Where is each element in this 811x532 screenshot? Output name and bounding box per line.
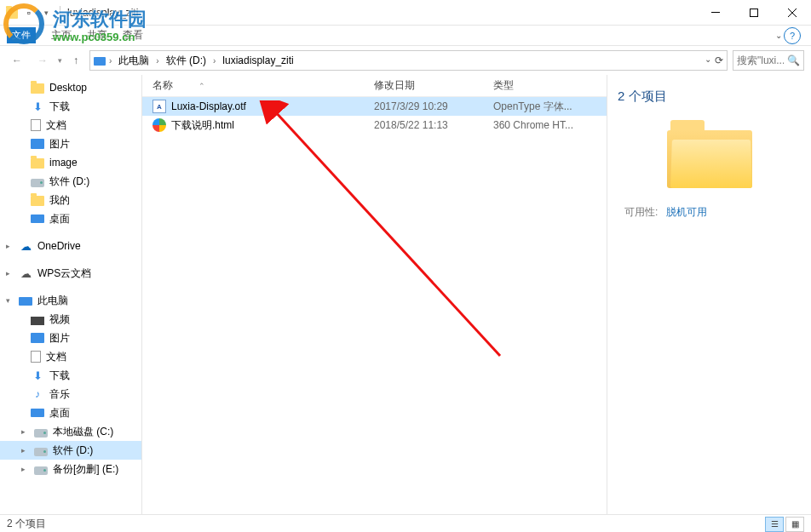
availability: 可用性: 脱机可用 xyxy=(618,205,801,220)
sidebar-item-desktop[interactable]: Desktop xyxy=(0,78,141,97)
file-list[interactable]: 名称⌃ 修改日期 类型 ALuxia-Display.otf 2017/3/29… xyxy=(142,75,607,514)
folder-icon xyxy=(31,158,44,169)
svg-line-4 xyxy=(274,111,500,356)
sidebar-item-video[interactable]: 视频 xyxy=(0,310,141,329)
properties-icon[interactable]: ▫ xyxy=(22,6,36,20)
file-name: 下载说明.html xyxy=(171,118,234,133)
sort-indicator-icon: ⌃ xyxy=(198,82,205,90)
sidebar-item-localdisk[interactable]: ▸本地磁盘 (C:) xyxy=(0,422,141,441)
download-icon: ⬇ xyxy=(31,100,44,113)
search-box[interactable]: 🔍 xyxy=(733,50,804,71)
details-view-button[interactable]: ☰ xyxy=(765,517,784,532)
tree-label: 备份[勿删] (E:) xyxy=(53,462,118,477)
desktop-icon xyxy=(31,215,44,223)
item-count: 2 个项目 xyxy=(618,89,801,105)
file-row[interactable]: ALuxia-Display.otf 2017/3/29 10:29 OpenT… xyxy=(142,97,607,116)
onedrive-icon: ☁ xyxy=(19,239,32,253)
expand-icon[interactable]: ▸ xyxy=(3,269,12,277)
collapse-icon[interactable]: ▾ xyxy=(3,296,12,305)
qat-dropdown-icon[interactable]: ▾ xyxy=(39,6,53,20)
statusbar: 2 个项目 ☰ ▦ xyxy=(0,514,811,532)
file-type: OpenType 字体... xyxy=(483,100,585,114)
breadcrumb-dropdown-icon[interactable]: ⌄ xyxy=(705,54,711,66)
sidebar-item-documents[interactable]: 文档 xyxy=(0,116,141,134)
breadcrumb-root[interactable]: 此电脑 xyxy=(115,54,152,68)
tab-share[interactable]: 共享 xyxy=(87,28,107,43)
expand-icon[interactable]: ▸ xyxy=(3,242,12,250)
desktop-icon xyxy=(31,409,44,417)
sidebar-item-pictures2[interactable]: 图片 xyxy=(0,329,141,347)
sidebar-item-music[interactable]: ♪音乐 xyxy=(0,385,141,403)
titlebar: ▫ ▾ luxiadisplay_ziti xyxy=(0,0,811,26)
sidebar-item-software-d[interactable]: 软件 (D:) xyxy=(0,172,141,191)
pc-icon xyxy=(94,57,106,66)
column-headers: 名称⌃ 修改日期 类型 xyxy=(142,75,607,97)
sidebar-item-onedrive[interactable]: ▸☁OneDrive xyxy=(0,237,141,255)
history-dropdown-icon[interactable]: ▾ xyxy=(58,56,62,65)
tree-label: 桌面 xyxy=(49,406,70,420)
refresh-icon[interactable]: ⟳ xyxy=(715,54,723,66)
icons-view-button[interactable]: ▦ xyxy=(785,517,804,532)
tree-label: 文档 xyxy=(46,118,66,133)
sidebar-item-software-d2[interactable]: ▸软件 (D:) xyxy=(0,441,141,460)
tree-label: 下载 xyxy=(49,100,70,114)
expand-icon[interactable]: ▸ xyxy=(19,465,27,473)
file-menu[interactable]: 文件 xyxy=(7,27,36,43)
tree-label: 本地磁盘 (C:) xyxy=(53,425,113,439)
minimize-button[interactable] xyxy=(696,0,734,26)
tree-label: image xyxy=(49,157,78,169)
pictures-icon xyxy=(31,139,44,149)
back-button[interactable]: ← xyxy=(7,50,27,71)
folder-large-icon xyxy=(667,120,752,188)
file-row[interactable]: 下载说明.html 2018/5/22 11:13 360 Chrome HT.… xyxy=(142,116,607,134)
column-type[interactable]: 类型 xyxy=(483,78,585,93)
pictures-icon xyxy=(31,333,44,343)
breadcrumb[interactable]: › 此电脑 › 软件 (D:) › luxiadisplay_ziti ⌄ ⟳ xyxy=(89,50,728,71)
tree-label: 桌面 xyxy=(49,212,70,226)
forward-button[interactable]: → xyxy=(32,50,53,71)
search-icon[interactable]: 🔍 xyxy=(787,54,800,66)
sidebar-item-my[interactable]: 我的 xyxy=(0,191,141,209)
expand-icon[interactable]: ▸ xyxy=(19,427,27,436)
sidebar-item-image[interactable]: image xyxy=(0,153,141,172)
tree-label: 此电脑 xyxy=(37,294,68,308)
sidebar-item-desktop3[interactable]: 桌面 xyxy=(0,403,141,422)
sidebar-item-pictures[interactable]: 图片 xyxy=(0,134,141,153)
sidebar-item-downloads2[interactable]: ⬇下载 xyxy=(0,366,141,385)
tree-label: 我的 xyxy=(49,193,70,208)
file-date: 2018/5/22 11:13 xyxy=(364,119,483,131)
column-date[interactable]: 修改日期 xyxy=(364,78,483,93)
sidebar-item-thispc[interactable]: ▾此电脑 xyxy=(0,291,141,310)
tab-home[interactable]: 主页 xyxy=(51,28,72,43)
up-button[interactable]: ↑ xyxy=(67,52,84,69)
sidebar-item-desktop2[interactable]: 桌面 xyxy=(0,209,141,228)
chevron-right-icon[interactable]: › xyxy=(211,56,217,66)
help-icon[interactable]: ? xyxy=(784,27,801,44)
chevron-right-icon[interactable]: › xyxy=(154,56,160,66)
tree-label: WPS云文档 xyxy=(37,266,91,281)
search-input[interactable] xyxy=(737,54,784,66)
document-icon xyxy=(31,351,41,363)
sidebar-item-downloads[interactable]: ⬇下载 xyxy=(0,97,141,116)
expand-icon[interactable]: ▸ xyxy=(19,446,27,455)
ribbon-expand-icon[interactable]: ⌄ xyxy=(775,31,782,40)
breadcrumb-folder[interactable]: luxiadisplay_ziti xyxy=(219,54,296,66)
pc-icon xyxy=(19,297,32,306)
sidebar-item-backup[interactable]: ▸备份[勿删] (E:) xyxy=(0,460,141,478)
sidebar-item-documents2[interactable]: 文档 xyxy=(0,347,141,366)
tree-label: 图片 xyxy=(49,137,70,152)
svg-rect-1 xyxy=(750,9,757,16)
download-icon: ⬇ xyxy=(31,369,44,382)
file-date: 2017/3/29 10:29 xyxy=(364,100,483,112)
breadcrumb-drive[interactable]: 软件 (D:) xyxy=(163,54,210,68)
column-name[interactable]: 名称⌃ xyxy=(142,78,364,93)
document-icon xyxy=(31,119,41,131)
availability-value: 脱机可用 xyxy=(666,206,707,218)
close-button[interactable] xyxy=(773,0,811,26)
tab-view[interactable]: 查看 xyxy=(123,28,143,43)
tree-label: 文档 xyxy=(46,350,66,364)
chevron-right-icon[interactable]: › xyxy=(107,56,113,66)
sidebar-item-wps[interactable]: ▸☁WPS云文档 xyxy=(0,264,141,283)
maximize-button[interactable] xyxy=(734,0,773,26)
navigation-tree[interactable]: Desktop ⬇下载 文档 图片 image 软件 (D:) 我的 桌面 ▸☁… xyxy=(0,75,142,514)
